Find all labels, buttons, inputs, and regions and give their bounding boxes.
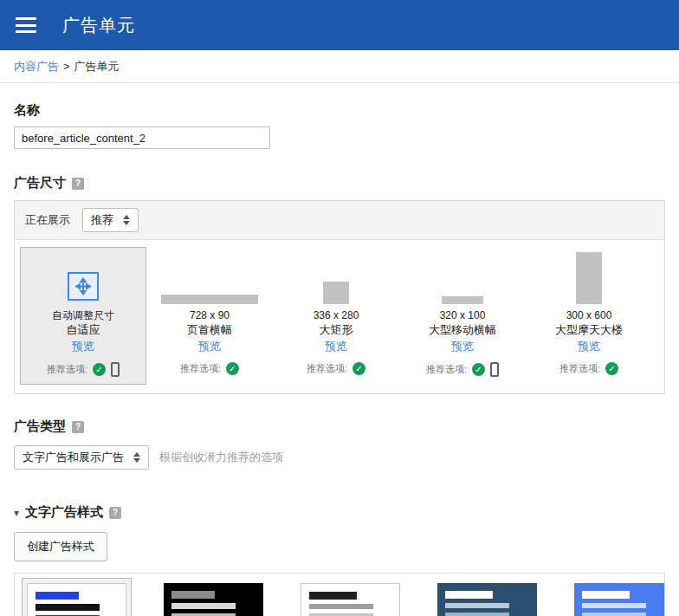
page-title: 广告单元	[62, 14, 135, 37]
recommended-check-icon: ✓	[93, 363, 106, 376]
ad-size-card-large-rectangle[interactable]: 336 x 280 大矩形 预览 推荐选项: ✓	[273, 247, 399, 385]
breadcrumb-parent-link[interactable]: 内容广告	[14, 59, 59, 75]
size-card-list: 自动调整尺寸 自适应 预览 推荐选项: ✓ 728 x 90 页首横幅 预览 推…	[15, 240, 664, 393]
size-name: 大型摩天大楼	[555, 322, 623, 337]
size-name: 大型移动横幅	[429, 322, 496, 337]
recommended-check-icon: ✓	[605, 362, 618, 375]
recommend-row: 推荐选项: ✓	[151, 362, 268, 375]
ad-size-card-responsive[interactable]: 自动调整尺寸 自适应 预览 推荐选项: ✓	[20, 247, 146, 385]
ad-style-card-elegant[interactable]: 尊贵典雅	[158, 578, 268, 616]
responsive-size-icon	[24, 253, 142, 308]
ad-size-label: 广告尺寸	[14, 175, 66, 191]
recommended-check-icon: ✓	[226, 362, 239, 375]
style-preview-black	[164, 583, 263, 616]
ad-type-label: 广告类型	[14, 418, 66, 435]
ad-style-card-colorful[interactable]: 色彩缤纷	[569, 578, 665, 616]
help-icon[interactable]: ?	[109, 507, 121, 519]
ad-size-panel: 正在展示 推荐	[14, 200, 665, 394]
recommend-row: 推荐选项: ✓	[277, 362, 395, 375]
ad-type-hint: 根据创收潜力推荐的选项	[159, 450, 283, 465]
create-ad-style-button[interactable]: 创建广告样式	[14, 532, 107, 561]
mobile-icon	[490, 362, 499, 377]
text-style-label: 文字广告样式	[25, 504, 103, 521]
preview-link[interactable]: 预览	[578, 339, 600, 354]
ad-style-card-minimal[interactable]: 极简主义	[295, 578, 405, 616]
size-filter-toolbar: 正在展示 推荐	[15, 201, 664, 240]
help-icon[interactable]: ?	[72, 421, 84, 433]
size-caption: 自动调整尺寸	[52, 308, 114, 322]
select-arrows-icon	[133, 452, 140, 463]
size-caption: 320 x 100	[440, 308, 486, 322]
ad-style-card-default[interactable]: 默认	[22, 578, 132, 616]
collapse-triangle-icon[interactable]: ▾	[14, 507, 19, 519]
ad-size-card-large-mobile-banner[interactable]: 320 x 100 大型移动横幅 预览 推荐选项: ✓	[399, 247, 526, 385]
preview-link[interactable]: 预览	[198, 339, 221, 354]
size-caption: 300 x 600	[566, 308, 612, 322]
size-filter-select[interactable]: 推荐	[82, 208, 139, 232]
ad-size-heading: 广告尺寸 ?	[14, 175, 665, 191]
preview-link[interactable]: 预览	[451, 339, 474, 354]
leaderboard-shape	[161, 295, 258, 304]
select-arrows-icon	[123, 215, 130, 225]
ad-type-value: 文字广告和展示广告	[23, 450, 124, 465]
app-header: 广告单元	[0, 0, 679, 50]
ad-style-panel: 默认 尊贵典雅 极简主义 深蓝反色 色彩缤纷	[14, 573, 665, 616]
recommended-check-icon: ✓	[352, 362, 365, 375]
breadcrumb-current: 广告单元	[74, 59, 120, 75]
ad-type-heading: 广告类型 ?	[14, 418, 665, 435]
rectangle-shape	[323, 282, 349, 304]
size-filter-value: 推荐	[91, 212, 113, 228]
breadcrumb: 内容广告 > 广告单元	[0, 50, 679, 83]
help-icon[interactable]: ?	[72, 178, 84, 190]
style-preview-minimal	[301, 583, 400, 616]
size-caption: 728 x 90	[190, 308, 230, 322]
skyscraper-shape	[576, 252, 602, 304]
size-filter-label: 正在展示	[25, 212, 70, 228]
size-name: 大矩形	[320, 322, 353, 337]
recommend-row: 推荐选项: ✓	[404, 362, 521, 377]
style-preview-default	[27, 583, 126, 616]
main-content: 名称 广告尺寸 ? 正在展示 推荐	[0, 102, 679, 616]
preview-link[interactable]: 预览	[72, 339, 94, 354]
size-name: 页首横幅	[187, 322, 232, 337]
ad-size-card-large-skyscraper[interactable]: 300 x 600 大型摩天大楼 预览 推荐选项: ✓	[526, 247, 652, 385]
mobile-icon	[111, 362, 120, 377]
size-caption: 336 x 280	[314, 308, 359, 322]
preview-link[interactable]: 预览	[325, 339, 347, 354]
name-input[interactable]	[14, 126, 270, 149]
ad-type-select[interactable]: 文字广告和展示广告	[14, 445, 149, 470]
ad-size-card-leaderboard[interactable]: 728 x 90 页首横幅 预览 推荐选项: ✓	[146, 247, 273, 385]
menu-icon[interactable]	[16, 16, 40, 35]
size-name: 自适应	[67, 322, 100, 337]
style-preview-colorful	[574, 583, 665, 616]
mobile-banner-shape	[442, 296, 483, 304]
recommended-check-icon: ✓	[472, 363, 485, 376]
style-preview-navy	[437, 583, 537, 616]
text-style-heading: ▾ 文字广告样式 ?	[14, 504, 665, 521]
ad-type-row: 文字广告和展示广告 根据创收潜力推荐的选项	[14, 445, 665, 470]
recommend-row: 推荐选项: ✓	[530, 362, 648, 375]
recommend-row: 推荐选项: ✓	[24, 362, 142, 377]
name-label: 名称	[14, 102, 665, 119]
ad-style-card-navy[interactable]: 深蓝反色	[432, 578, 542, 616]
breadcrumb-separator: >	[63, 60, 70, 73]
